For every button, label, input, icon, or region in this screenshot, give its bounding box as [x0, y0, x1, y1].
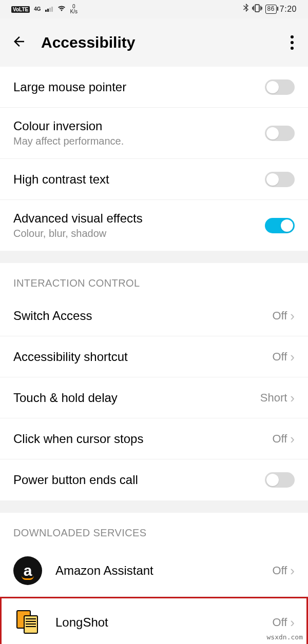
status-left: VoLTE 4G 0 K/s	[11, 4, 78, 14]
row-value: Off	[272, 350, 287, 364]
volte-icon: VoLTE	[11, 6, 30, 13]
row-value: Off	[272, 309, 287, 323]
downloaded-services-panel: DOWNLOADED SERVICES a Amazon Assistant O…	[0, 513, 308, 644]
chevron-right-icon: ›	[290, 616, 295, 629]
row-value: Off	[272, 616, 287, 629]
wifi-icon	[57, 5, 66, 14]
row-title: Amazon Assistant	[55, 564, 272, 578]
vibrate-icon	[252, 4, 262, 14]
row-accessibility-shortcut[interactable]: Accessibility shortcut Off ›	[0, 336, 308, 377]
row-title: Click when cursor stops	[13, 432, 272, 446]
page-title: Accessibility	[41, 34, 135, 51]
row-large-mouse-pointer[interactable]: Large mouse pointer	[0, 67, 308, 108]
row-title: Touch & hold delay	[13, 391, 260, 405]
header: Accessibility	[0, 18, 308, 67]
svg-rect-0	[255, 5, 259, 12]
chevron-right-icon: ›	[290, 309, 295, 323]
row-subtitle: Colour, blur, shadow	[13, 228, 265, 239]
section-label-interaction: INTERACTION CONTROL	[0, 263, 308, 295]
row-title: Switch Access	[13, 309, 272, 323]
chevron-right-icon: ›	[290, 432, 295, 446]
status-right: 86 7:20	[243, 4, 297, 15]
row-subtitle: May affect performance.	[13, 135, 265, 147]
row-service-amazon-assistant[interactable]: a Amazon Assistant Off ›	[0, 545, 308, 597]
amazon-icon: a	[13, 556, 42, 585]
network-4g-label: 4G	[34, 7, 41, 12]
row-title: Power button ends call	[13, 473, 265, 487]
row-title: LongShot	[55, 615, 272, 630]
row-high-contrast-text[interactable]: High contrast text	[0, 159, 308, 200]
row-value: Off	[272, 564, 287, 577]
row-switch-access[interactable]: Switch Access Off ›	[0, 295, 308, 336]
bluetooth-icon	[243, 4, 249, 15]
row-value: Off	[272, 432, 287, 446]
row-title: Accessibility shortcut	[13, 350, 272, 364]
row-title: High contrast text	[13, 172, 265, 187]
section-label-downloaded: DOWNLOADED SERVICES	[0, 513, 308, 545]
toggle-colour-inversion[interactable]	[265, 126, 295, 141]
chevron-right-icon: ›	[290, 564, 295, 577]
back-button[interactable]	[11, 34, 27, 51]
status-time: 7:20	[280, 5, 297, 14]
row-power-button-ends-call[interactable]: Power button ends call	[0, 459, 308, 500]
row-title: Large mouse pointer	[13, 80, 265, 94]
interaction-panel: INTERACTION CONTROL Switch Access Off › …	[0, 263, 308, 500]
watermark: wsxdn.com	[267, 633, 303, 641]
row-colour-inversion[interactable]: Colour inversion May affect performance.	[0, 108, 308, 159]
row-advanced-visual-effects[interactable]: Advanced visual effects Colour, blur, sh…	[0, 200, 308, 251]
status-bar: VoLTE 4G 0 K/s 86 7:20	[0, 0, 308, 18]
more-menu-button[interactable]	[287, 32, 297, 53]
divider	[0, 500, 308, 513]
row-touch-hold-delay[interactable]: Touch & hold delay Short ›	[0, 377, 308, 418]
chevron-right-icon: ›	[290, 391, 295, 405]
toggle-high-contrast-text[interactable]	[265, 172, 295, 187]
longshot-icon	[13, 608, 42, 637]
chevron-right-icon: ›	[290, 350, 295, 364]
row-title: Advanced visual effects	[13, 211, 265, 226]
signal-bars-icon	[45, 7, 53, 12]
toggle-large-mouse-pointer[interactable]	[265, 79, 295, 95]
row-click-when-cursor-stops[interactable]: Click when cursor stops Off ›	[0, 418, 308, 459]
toggle-advanced-visual-effects[interactable]	[265, 218, 295, 233]
display-panel: Large mouse pointer Colour inversion May…	[0, 67, 308, 251]
toggle-power-button-ends-call[interactable]	[265, 472, 295, 488]
divider	[0, 251, 308, 263]
row-service-longshot[interactable]: LongShot Off ›	[0, 597, 308, 644]
data-speed: 0 K/s	[70, 4, 78, 14]
row-title: Colour inversion	[13, 119, 265, 133]
battery-icon: 86	[265, 5, 277, 14]
row-value: Short	[260, 391, 287, 405]
